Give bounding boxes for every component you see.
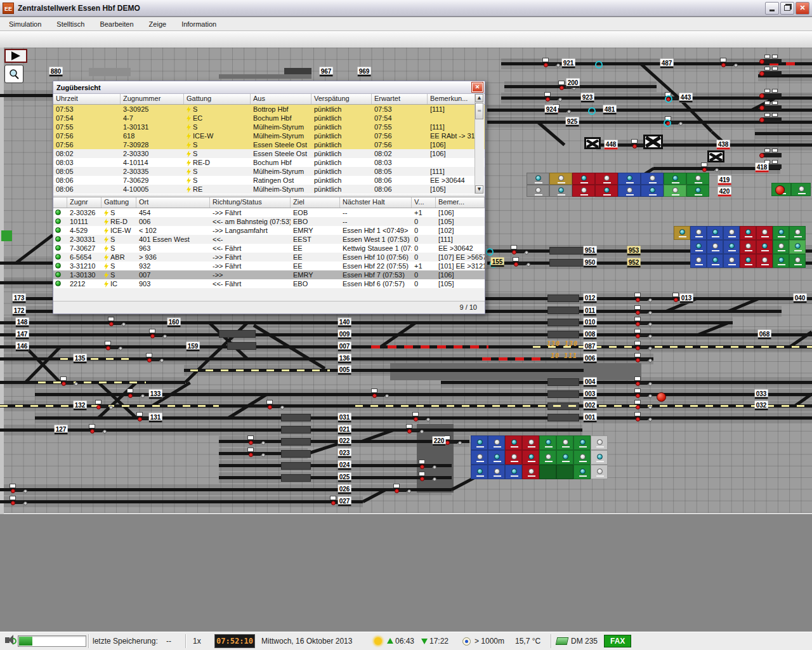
control-button-blue[interactable] [707, 226, 723, 240]
track-label[interactable]: 419 [718, 176, 731, 185]
control-button-green[interactable] [556, 450, 573, 465]
column-header[interactable]: Gattung [102, 197, 136, 208]
track-segment[interactable] [219, 476, 452, 479]
control-button-green[interactable] [686, 185, 709, 197]
signal-icon[interactable] [634, 318, 651, 327]
speaker-icon[interactable] [5, 637, 10, 643]
signal-icon[interactable] [127, 390, 143, 399]
track-label[interactable]: 420 [718, 187, 731, 197]
control-button-green[interactable] [789, 254, 806, 268]
track-label[interactable]: 159 [187, 342, 200, 352]
control-button-blue[interactable] [488, 450, 505, 465]
control-button-blue[interactable] [471, 465, 488, 479]
signal-icon[interactable] [419, 461, 435, 470]
track-label[interactable]: 011 [584, 307, 596, 316]
track-segment[interactable] [755, 132, 812, 135]
track-label[interactable]: 127 [55, 425, 68, 435]
overview-close-button[interactable]: ✕ [472, 83, 483, 92]
track-label[interactable]: 487 [660, 59, 674, 69]
table-row[interactable]: 07:551-30131SMülheim-Styrumpünktlich07:5… [53, 123, 485, 131]
column-header[interactable]: Bemerkun... [428, 94, 476, 104]
control-button-red[interactable] [572, 185, 595, 197]
track-label[interactable]: 220 [433, 437, 446, 446]
control-button-blue[interactable] [723, 254, 740, 268]
signal-icon[interactable] [720, 59, 737, 68]
track-label[interactable]: 135 [74, 354, 87, 364]
column-header[interactable]: Uhrzeit [53, 94, 121, 104]
signal-icon[interactable] [544, 93, 561, 102]
track-label[interactable]: 923 [581, 93, 594, 103]
track-label[interactable]: 173 [13, 294, 26, 303]
signal-icon[interactable] [10, 497, 26, 506]
track-label[interactable]: 953 [627, 246, 641, 256]
column-header[interactable]: Ort [136, 197, 210, 208]
track-label[interactable]: 087 [584, 342, 597, 352]
track-label[interactable]: 012 [584, 294, 597, 303]
signal-icon[interactable] [406, 425, 422, 434]
control-button-green[interactable] [789, 226, 806, 240]
control-button-blue[interactable] [505, 465, 522, 479]
signal-icon[interactable] [266, 401, 283, 410]
signal-icon[interactable] [412, 413, 429, 422]
track-label[interactable]: 133 [149, 390, 162, 399]
track-label[interactable]: 131 [149, 413, 162, 423]
track-label[interactable]: 155 [491, 258, 504, 267]
minimize-button[interactable] [765, 2, 779, 15]
menu-item-stelltisch[interactable]: Stelltisch [50, 18, 91, 30]
play-button[interactable] [4, 49, 27, 63]
column-header[interactable]: Richtung/Status [210, 197, 291, 208]
control-button-blue[interactable] [641, 185, 664, 197]
menu-item-simulation[interactable]: Simulation [3, 18, 48, 30]
column-header[interactable]: Gattung [184, 94, 251, 104]
track-label[interactable]: 031 [338, 413, 351, 423]
table-row[interactable]: 4-529ICE-W< 102->> LangsamfahrtEMRYEssen… [53, 226, 485, 235]
track-segment[interactable] [0, 262, 53, 265]
track-label[interactable]: 951 [584, 246, 597, 256]
signal-icon[interactable] [634, 378, 651, 387]
signal-icon[interactable] [89, 425, 105, 434]
signal-icon[interactable] [634, 354, 651, 363]
control-button-blue[interactable] [707, 254, 723, 268]
track-label[interactable]: 006 [584, 354, 597, 364]
control-button-darkgreen[interactable] [556, 465, 573, 479]
restore-button[interactable] [780, 2, 794, 15]
control-button-blue[interactable] [471, 435, 488, 450]
table-row[interactable]: 08:022-30330SEssen Steele Ostpünktlich08… [53, 149, 485, 158]
control-button-blue[interactable] [488, 465, 505, 479]
track-label[interactable]: 010 [584, 318, 597, 328]
track-closed-icon[interactable] [643, 135, 663, 149]
control-button-blue[interactable] [723, 240, 740, 254]
control-button-blue[interactable] [471, 450, 488, 465]
track-label[interactable]: 140 [338, 318, 351, 328]
control-button-lightgray[interactable] [591, 435, 608, 450]
signal-icon[interactable] [419, 473, 435, 482]
control-button-red[interactable] [522, 465, 539, 479]
control-button-green[interactable] [573, 465, 591, 479]
close-button[interactable]: ✕ [796, 2, 809, 15]
track-label[interactable]: 950 [584, 258, 597, 268]
control-button-green[interactable] [773, 226, 789, 240]
signal-icon[interactable] [542, 59, 559, 68]
menu-item-information[interactable]: Information [175, 18, 223, 30]
track-label[interactable]: 024 [338, 461, 351, 470]
track-label[interactable]: 172 [13, 307, 26, 316]
column-header[interactable]: Erwartet [372, 94, 428, 104]
signal-icon[interactable] [634, 342, 651, 351]
table-row[interactable]: 2-30326S454->> FährtEOB--+1[106] [53, 208, 485, 217]
menu-item-bearbeiten[interactable]: Bearbeiten [93, 18, 140, 30]
control-button-red[interactable] [595, 185, 618, 197]
arrivals-table[interactable]: UhrzeitZugnummerGattungAusVerspätungErwa… [53, 94, 485, 194]
control-button-blue[interactable] [690, 240, 707, 254]
column-header[interactable]: Aus [251, 94, 311, 104]
track-label[interactable]: 418 [756, 163, 769, 173]
track-closed-icon[interactable] [584, 137, 601, 149]
signal-icon[interactable] [634, 307, 651, 315]
track-label[interactable]: 068 [758, 330, 771, 340]
signal-icon[interactable] [634, 390, 651, 399]
overview-window-titlebar[interactable]: Zugübersicht ✕ [53, 81, 485, 94]
control-button-blue[interactable] [723, 226, 740, 240]
control-button-green[interactable] [773, 240, 789, 254]
control-button-lightgray[interactable] [591, 465, 608, 479]
track-label[interactable]: 147 [16, 330, 29, 340]
signal-icon[interactable] [95, 401, 112, 410]
